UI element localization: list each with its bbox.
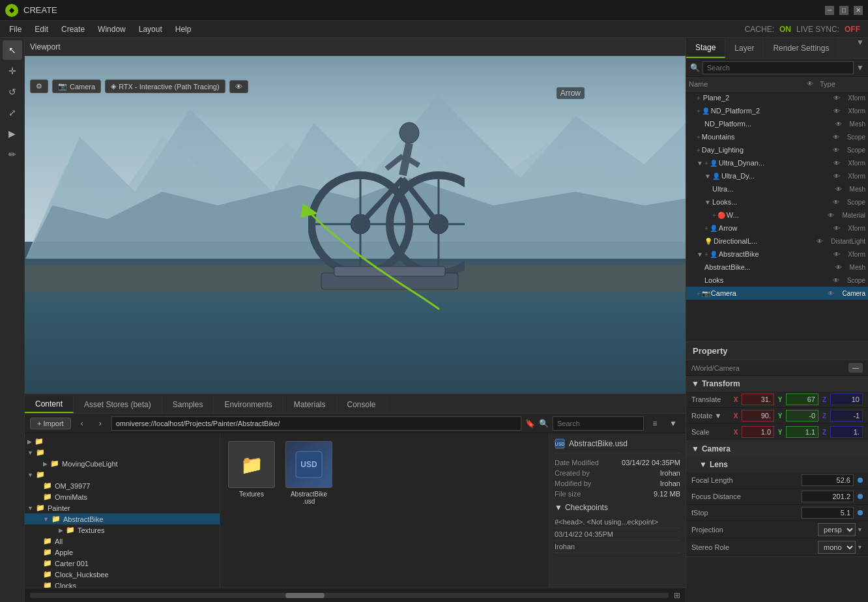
menu-help[interactable]: Help	[169, 21, 198, 38]
file-item-textures[interactable]: 📁 Textures	[225, 438, 278, 500]
move-tool-button[interactable]: ✛	[3, 61, 22, 81]
tab-content[interactable]: Content	[25, 396, 74, 413]
eye-button[interactable]: 👁	[229, 80, 248, 93]
tab-materials[interactable]: Materials	[283, 396, 337, 413]
reset-btn[interactable]: —	[848, 363, 863, 373]
menu-file[interactable]: File	[3, 21, 28, 38]
translate-x-input[interactable]	[742, 394, 774, 405]
stage-item-directionall[interactable]: 💡 DirectionalL... 👁 DistantLight	[686, 235, 868, 248]
tab-samples[interactable]: Samples	[162, 396, 214, 413]
sy-label: Y	[775, 429, 785, 436]
fstop-input[interactable]	[802, 507, 854, 519]
tree-item-carter[interactable]: 📁 Carter 001	[25, 558, 220, 569]
tree-item-painter[interactable]: ▼ 📁 Painter	[25, 502, 220, 513]
tree-item-textures[interactable]: ▶ 📁 Textures	[25, 524, 220, 536]
tab-asset-stores[interactable]: Asset Stores (beta)	[74, 396, 162, 413]
tree-item-movingcubelight[interactable]: ▶ 📁 MovingCubeLight	[25, 458, 220, 469]
stage-search-input[interactable]	[702, 61, 854, 74]
tab-console[interactable]: Console	[337, 396, 387, 413]
grid-view-button[interactable]: ⊞	[674, 591, 680, 600]
tree-item-abstractbike[interactable]: ▼ 📁 AbstractBike	[25, 513, 220, 524]
search-input[interactable]	[553, 416, 644, 431]
tree-item-root1[interactable]: ▶ 📁	[25, 436, 220, 447]
tab-layer[interactable]: Layer	[725, 38, 764, 58]
detail-row-file-size: File size 9.12 MB	[555, 490, 680, 498]
focal-length-input[interactable]	[802, 474, 854, 486]
stage-item-arrow[interactable]: + 👤 Arrow 👁 Xform	[686, 222, 868, 235]
stage-item-camera[interactable]: + 📷 Camera 👁 Camera	[686, 287, 868, 300]
stage-item-abstractbike[interactable]: ▼ + 👤 AbstractBike 👁 Xform	[686, 248, 868, 261]
stage-item-ultrady[interactable]: ▼ 👤 Ultra_Dy... 👁 Xform	[686, 169, 868, 182]
select-tool-button[interactable]: ↖	[3, 40, 22, 60]
checkpoints-header[interactable]: ▼ Checkpoints	[555, 503, 680, 512]
stage-item-mountains[interactable]: + Mountains 👁 Scope	[686, 130, 868, 143]
tree-item-root2[interactable]: ▼ 📁	[25, 447, 220, 458]
translate-y-input[interactable]	[786, 394, 818, 405]
lens-section-header[interactable]: ▼ Lens	[686, 457, 868, 472]
stage-item-ultra-mesh[interactable]: Ultra... 👁 Mesh	[686, 182, 868, 195]
type-xform: Xform	[848, 94, 865, 102]
stage-item-w-material[interactable]: + 🔴 W... 👁 Material	[686, 208, 868, 222]
file-item-abstractbike-usd[interactable]: USD AbstractBike.usd	[283, 438, 335, 508]
minimize-button[interactable]: ─	[825, 6, 834, 15]
render-mode-button[interactable]: ◈ RTX - Interactive (Path Tracing)	[105, 79, 225, 93]
tree-item-all[interactable]: 📁 All	[25, 536, 220, 547]
filter-icon[interactable]: ▼	[852, 38, 868, 58]
rotate-x-input[interactable]	[742, 410, 774, 422]
expand-icon: ▼	[697, 251, 703, 258]
filter-button[interactable]: ▼	[666, 416, 680, 431]
tab-environments[interactable]: Environments	[214, 396, 283, 413]
scrollbar-thumb[interactable]	[285, 593, 325, 598]
tab-stage[interactable]: Stage	[686, 38, 725, 58]
app-icon: ◆	[5, 4, 18, 17]
stage-item-ndplatform-mesh[interactable]: ND_Platform... 👁 Mesh	[686, 117, 868, 130]
scale-tool-button[interactable]: ⤢	[3, 103, 22, 122]
stage-item-ndplatform2[interactable]: + 👤 ND_Platform_2 👁 Xform	[686, 104, 868, 117]
play-button[interactable]: ▶	[3, 124, 22, 143]
stage-item-ultradynan[interactable]: ▼ + 👤 Ultra_Dynan... 👁 Xform	[686, 156, 868, 169]
projection-select[interactable]: persp ortho	[818, 523, 856, 536]
transform-section-header[interactable]: ▼ Transform	[686, 376, 868, 392]
tree-item-omnimats[interactable]: 📁 OmniMats	[25, 491, 220, 502]
camera-section-header[interactable]: ▼ Camera	[686, 441, 868, 457]
back-button[interactable]: ‹	[75, 416, 89, 431]
translate-z-input[interactable]	[830, 394, 863, 405]
menu-layout[interactable]: Layout	[132, 21, 169, 38]
stage-item-plane2[interactable]: + Plane_2 👁 Xform	[686, 91, 868, 104]
forward-button[interactable]: ›	[93, 416, 108, 431]
stereo-role-select[interactable]: mono left right	[818, 541, 856, 554]
close-button[interactable]: ✕	[854, 6, 863, 15]
rotate-tool-button[interactable]: ↺	[3, 82, 22, 102]
stage-item-looks-scope[interactable]: Looks 👁 Scope	[686, 274, 868, 287]
camera-button[interactable]: 📷 Camera	[52, 79, 101, 93]
scale-z-input[interactable]	[830, 426, 863, 438]
rotate-y-input[interactable]	[786, 410, 818, 422]
date-modified-label: Date Modified	[555, 459, 599, 466]
brush-tool-button[interactable]: ✏	[3, 145, 22, 164]
stage-tree: + Plane_2 👁 Xform + 👤 ND_Platform_2 👁 Xf…	[686, 91, 868, 341]
tree-item-clock-hucksbee[interactable]: 📁 Clock_Hucksbee	[25, 569, 220, 580]
list-view-button[interactable]: ≡	[648, 416, 662, 431]
viewport-canvas[interactable]: ⚙ 📷 Camera ◈ RTX - Interactive (Path Tra…	[25, 56, 686, 394]
tree-item-om39977[interactable]: 📁 OM_39977	[25, 480, 220, 491]
menu-window[interactable]: Window	[91, 21, 132, 38]
stage-item-daylighting[interactable]: + Day_Lighting 👁 Scope	[686, 143, 868, 156]
focus-distance-input[interactable]	[802, 491, 854, 502]
viewport-settings-button[interactable]: ⚙	[30, 79, 48, 93]
menu-create[interactable]: Create	[55, 21, 91, 38]
horizontal-scrollbar[interactable]	[30, 593, 669, 598]
menu-edit[interactable]: Edit	[28, 21, 55, 38]
import-button[interactable]: + Import	[30, 418, 71, 429]
path-input[interactable]	[111, 416, 521, 431]
tree-item-apple[interactable]: 📁 Apple	[25, 547, 220, 558]
tab-render-settings[interactable]: Render Settings	[764, 38, 839, 58]
maximize-button[interactable]: □	[839, 6, 848, 15]
focus-distance-row: Focus Distance	[686, 489, 868, 505]
scale-y-input[interactable]	[786, 426, 818, 438]
rotate-z-input[interactable]	[830, 410, 863, 422]
stage-item-abstractbike-mesh[interactable]: AbstractBike... 👁 Mesh	[686, 261, 868, 274]
stage-item-looks[interactable]: ▼ Looks... 👁 Scope	[686, 195, 868, 208]
content-tabs: Content Asset Stores (beta) Samples Envi…	[25, 394, 686, 414]
scale-x-input[interactable]	[742, 426, 774, 438]
tree-item-root3[interactable]: ▼ 📁	[25, 469, 220, 480]
